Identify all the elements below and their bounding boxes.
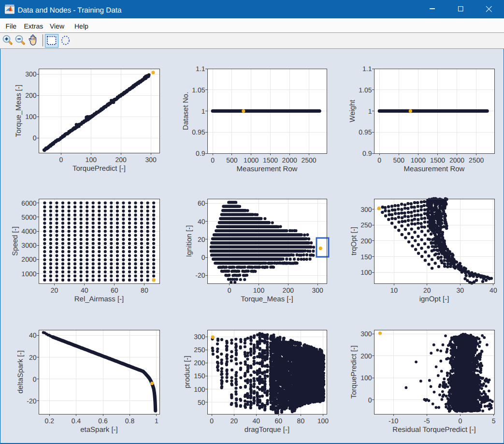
svg-text:250: 250 [360,221,372,229]
svg-text:1500: 1500 [430,156,445,164]
svg-text:dragTorque [-]: dragTorque [-] [245,426,289,434]
svg-text:100: 100 [253,286,265,294]
svg-text:200: 200 [25,91,37,99]
svg-text:300: 300 [145,156,157,163]
svg-text:0.4: 0.4 [72,417,81,425]
svg-text:300: 300 [312,286,323,294]
svg-text:Help: Help [74,22,88,30]
svg-text:Torque_Meas [-]: Torque_Meas [-] [14,85,23,137]
svg-text:40: 40 [490,286,497,294]
svg-text:product [-]: product [-] [183,355,191,388]
svg-text:-10: -10 [389,417,398,425]
svg-text:60: 60 [198,199,205,207]
svg-text:1.1: 1.1 [196,65,205,73]
svg-text:1.05: 1.05 [192,86,205,94]
svg-text:200: 200 [115,156,127,163]
svg-text:2000: 2000 [21,255,36,263]
svg-text:0: 0 [33,375,37,383]
svg-text:300: 300 [25,70,37,78]
svg-text:Residual TorquePredict [-]: Residual TorquePredict [-] [392,426,475,434]
svg-text:Weight: Weight [348,99,357,122]
svg-text:60: 60 [111,286,118,294]
svg-text:0: 0 [59,156,63,163]
svg-text:200: 200 [194,359,205,367]
svg-text:1: 1 [155,417,158,425]
svg-text:80: 80 [297,417,305,425]
svg-text:1500: 1500 [263,156,278,164]
svg-text:1: 1 [202,107,205,115]
svg-text:20: 20 [198,236,205,243]
svg-text:Dataset No.: Dataset No. [182,92,190,130]
svg-text:0: 0 [210,417,214,425]
svg-text:-20: -20 [195,271,205,279]
svg-text:0.8: 0.8 [125,417,135,425]
svg-text:5: 5 [492,417,496,425]
svg-text:10: 10 [390,286,398,294]
svg-text:80: 80 [141,286,148,294]
svg-text:30: 30 [457,286,464,294]
svg-text:200: 200 [283,286,294,294]
svg-text:100: 100 [360,374,372,382]
svg-text:0: 0 [459,417,462,425]
svg-text:trqOpt [-]: trqOpt [-] [350,227,358,255]
svg-text:0.9: 0.9 [362,149,372,157]
svg-text:1.05: 1.05 [359,86,372,94]
svg-text:0: 0 [211,156,215,164]
svg-text:100: 100 [360,268,372,276]
svg-text:20: 20 [51,286,58,294]
svg-text:20: 20 [230,417,238,425]
svg-text:2000: 2000 [282,156,297,164]
svg-text:Rel_Airmass [-]: Rel_Airmass [-] [74,295,124,303]
svg-text:5000: 5000 [21,213,36,221]
svg-text:4000: 4000 [21,227,36,235]
svg-text:500: 500 [393,156,405,164]
svg-text:ignOpt [-]: ignOpt [-] [419,295,449,303]
svg-text:300: 300 [360,206,372,213]
svg-text:-5: -5 [424,417,430,425]
svg-text:1000: 1000 [21,270,36,278]
svg-text:0: 0 [228,286,231,294]
svg-text:100: 100 [317,417,329,425]
svg-text:TorquePredict [-]: TorquePredict [-] [72,164,126,173]
svg-text:1000: 1000 [411,156,426,164]
svg-text:100: 100 [194,385,205,393]
svg-text:Measurement Row: Measurement Row [237,165,298,173]
svg-text:View: View [50,22,65,30]
svg-text:0.6: 0.6 [98,417,108,425]
svg-text:40: 40 [198,218,205,225]
svg-text:2500: 2500 [469,156,484,164]
svg-text:TorquePredict [-]: TorquePredict [-] [350,345,358,399]
svg-text:200: 200 [360,237,372,245]
svg-text:-20: -20 [27,397,36,405]
svg-text:Measurement Row: Measurement Row [404,165,465,173]
svg-text:40: 40 [253,417,260,425]
svg-text:40: 40 [81,286,88,294]
svg-text:0: 0 [377,156,381,164]
svg-text:3000: 3000 [21,241,36,249]
svg-text:0.95: 0.95 [192,128,205,136]
svg-text:150: 150 [360,253,372,261]
svg-text:60: 60 [275,417,283,425]
svg-text:100: 100 [86,156,97,163]
svg-text:deltaSpark [-]: deltaSpark [-] [16,350,25,393]
svg-text:100: 100 [25,113,37,120]
svg-text:0.9: 0.9 [196,149,205,157]
svg-text:20: 20 [423,286,431,294]
svg-text:etaSpark [-]: etaSpark [-] [80,426,118,434]
svg-text:300: 300 [360,330,372,338]
svg-text:Extras: Extras [24,22,43,30]
svg-text:1.1: 1.1 [362,65,372,73]
svg-text:250: 250 [194,346,205,354]
svg-text:2500: 2500 [301,156,316,164]
svg-text:Ignition [-]: Ignition [-] [185,225,193,257]
svg-text:0: 0 [33,134,37,142]
svg-text:200: 200 [360,352,372,360]
svg-text:0: 0 [202,253,205,261]
svg-text:File: File [6,22,17,30]
svg-text:Speed [-]: Speed [-] [11,226,19,256]
svg-text:0: 0 [368,396,372,404]
svg-text:2000: 2000 [449,156,464,164]
svg-text:500: 500 [226,156,238,164]
svg-text:1000: 1000 [244,156,259,164]
svg-text:150: 150 [194,372,205,380]
